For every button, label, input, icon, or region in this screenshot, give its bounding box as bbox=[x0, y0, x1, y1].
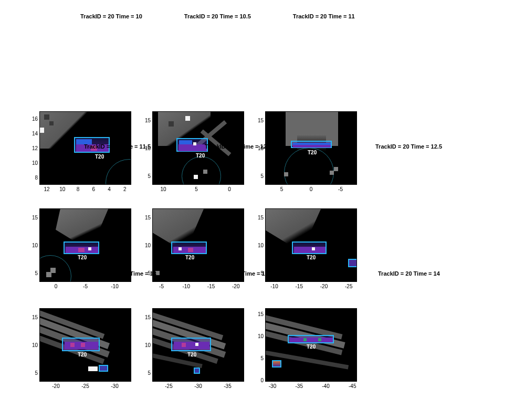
track-box-r3c2 bbox=[171, 338, 211, 351]
subplot-r1c3: T20 15 10 5 5 0 -5 bbox=[265, 111, 357, 185]
yticks-r3c1: 15 10 5 bbox=[26, 308, 38, 382]
track-label: T20 bbox=[307, 255, 316, 260]
track-box-r3c3 bbox=[288, 335, 334, 343]
track-label: T20 bbox=[308, 150, 317, 155]
plot-row-2: T20 15 10 5 0 -5 -10 T20 bbox=[39, 208, 501, 282]
title-r1c1: TrackID = 20 Time = 10 bbox=[80, 13, 142, 19]
title-r2c2: TrackID = 20 Time = 12 bbox=[205, 143, 267, 150]
title-r3c1: TrackID = 20 Time = 13 bbox=[94, 270, 156, 277]
yticks-r3c2: 15 10 5 bbox=[139, 308, 151, 382]
track-label: T20 bbox=[196, 153, 205, 159]
subplot-r3c2: T20 15 10 5 -25 -30 -35 bbox=[152, 308, 244, 382]
axes-r3c3: T20 bbox=[265, 308, 357, 382]
title-r3c2: TrackID = 20 Time = 13.5 bbox=[206, 270, 273, 277]
xticks-r2c2: -5 -10 -15 -20 bbox=[152, 284, 244, 290]
title-r1c2: TrackID = 20 Time = 10.5 bbox=[184, 13, 251, 19]
xticks-r1c2: 10 5 0 bbox=[152, 186, 244, 193]
track-label: T20 bbox=[187, 352, 196, 358]
plot-row-3: T20 15 10 5 -20 -25 -30 bbox=[39, 308, 501, 382]
figure-grid: TrackID = 20 Time = 10 TrackID = 20 Time… bbox=[39, 13, 501, 382]
axes-r1c3: T20 bbox=[265, 111, 357, 185]
yticks-r3c3: 15 10 5 0 bbox=[252, 308, 264, 382]
axes-r2c3: T20 bbox=[265, 208, 357, 282]
yticks-r2c1: 15 10 5 bbox=[26, 208, 38, 282]
subplot-r3c1: T20 15 10 5 -20 -25 -30 bbox=[39, 308, 131, 382]
track-label: T20 bbox=[78, 352, 87, 358]
track-box-r2c2 bbox=[171, 242, 207, 254]
track-box-r3c1 bbox=[62, 338, 100, 351]
track-box-r2c1 bbox=[64, 242, 99, 254]
track-label: T20 bbox=[185, 255, 194, 260]
axes-r3c1: T20 bbox=[39, 308, 131, 382]
track-label: T20 bbox=[307, 344, 316, 350]
track-box-r1c3 bbox=[291, 141, 332, 148]
xticks-r3c2: -25 -30 -35 bbox=[152, 383, 244, 390]
xticks-r2c1: 0 -5 -10 bbox=[39, 284, 131, 290]
xticks-r1c3: 5 0 -5 bbox=[265, 186, 357, 193]
track-label: T20 bbox=[78, 255, 87, 260]
yticks-r1c1: 16 14 12 10 8 bbox=[26, 111, 38, 185]
track-label: T20 bbox=[95, 154, 104, 160]
plot-row-1: T20 16 14 12 10 8 12 10 8 6 4 2 bbox=[39, 111, 501, 185]
xticks-r1c1: 12 10 8 6 4 2 bbox=[39, 186, 131, 193]
title-r3c3: TrackID = 20 Time = 14 bbox=[378, 270, 440, 277]
xticks-r2c3: -10 -15 -20 -25 bbox=[265, 284, 357, 290]
track-box-r2c3 bbox=[292, 242, 327, 254]
title-r2c3: TrackID = 20 Time = 12.5 bbox=[375, 143, 442, 150]
subplot-r3c3: T20 15 10 5 0 -30 -35 -40 -45 bbox=[265, 308, 357, 382]
top-titles: TrackID = 20 Time = 10 TrackID = 20 Time… bbox=[80, 13, 501, 19]
axes-r3c2: T20 bbox=[152, 308, 244, 382]
title-r1c3: TrackID = 20 Time = 11 bbox=[293, 13, 355, 19]
track-box-r1c2 bbox=[176, 138, 208, 152]
subplot-r2c3: T20 15 10 5 -10 -15 -20 -25 bbox=[265, 208, 357, 282]
title-r2c1: TrackID = 20 Time = 11.5 bbox=[84, 143, 151, 150]
xticks-r3c1: -20 -25 -30 bbox=[39, 383, 131, 390]
xticks-r3c3: -30 -35 -40 -45 bbox=[265, 383, 357, 390]
